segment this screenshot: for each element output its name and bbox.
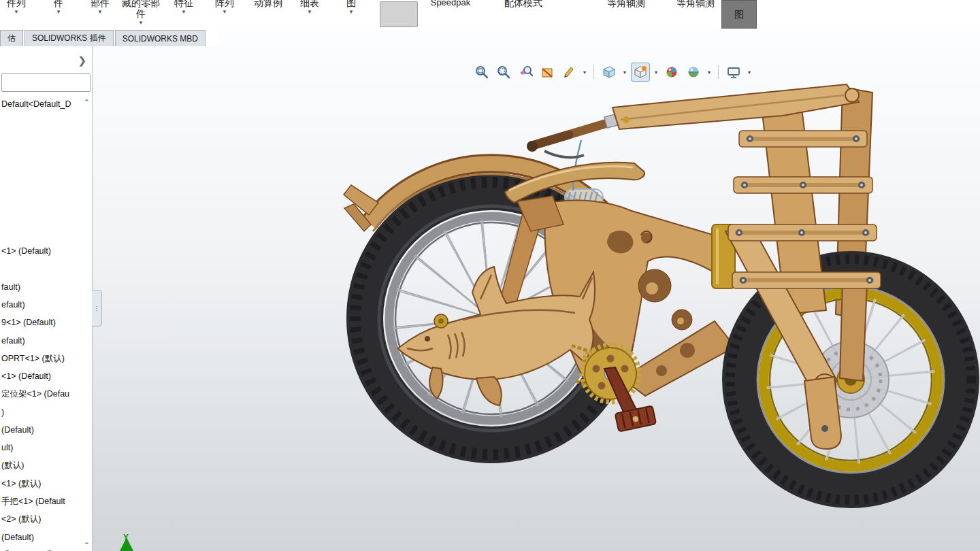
tree-item[interactable]: <1> (Default) bbox=[0, 367, 87, 385]
tree-item[interactable]: <1> (默认) bbox=[0, 475, 87, 492]
ribbon-item-4[interactable]: 特征▼ bbox=[169, 0, 199, 27]
tree-item[interactable]: 手把<1> (Default bbox=[0, 492, 87, 510]
previous-view-icon[interactable] bbox=[516, 63, 535, 82]
pedal bbox=[615, 405, 656, 431]
command-ribbon: 件列▼ 件▼ 部件▼ 藏的零部件▼ 特征▼ 阵列▼ 动算例 细表▼ 图▼ Spe… bbox=[0, 0, 980, 30]
tree-item[interactable]: (Default) bbox=[0, 529, 87, 546]
chevron-down-icon[interactable]: ▾ bbox=[653, 69, 659, 76]
chevron-down-icon[interactable]: ▾ bbox=[746, 69, 753, 76]
hide-show-items-icon[interactable] bbox=[662, 63, 681, 82]
graphics-viewport[interactable]: ▾ ▾ ▾ ▾ ▾ bbox=[0, 30, 980, 551]
sketch-icon[interactable] bbox=[559, 63, 578, 82]
chevron-down-icon: ▼ bbox=[222, 9, 227, 16]
tree-filter-input[interactable] bbox=[1, 73, 91, 92]
tree-item[interactable] bbox=[0, 117, 87, 135]
chevron-down-icon: ▼ bbox=[97, 9, 103, 16]
zoom-to-area-icon[interactable] bbox=[494, 63, 513, 82]
toolbar-separator bbox=[593, 65, 594, 79]
scroll-up-icon[interactable]: ⌃ bbox=[84, 98, 90, 107]
ribbon-item-1[interactable]: 件▼ bbox=[45, 0, 72, 27]
tree-item[interactable]: (默认) bbox=[0, 457, 87, 475]
tree-item[interactable]: efault) bbox=[0, 296, 87, 314]
ribbon-item-7[interactable]: 细表▼ bbox=[294, 0, 325, 27]
tree-item[interactable]: fault) bbox=[0, 278, 87, 296]
ribbon-item-drawing[interactable]: 图 bbox=[721, 0, 757, 29]
lower-bracket[interactable] bbox=[622, 321, 735, 396]
panel-expand-arrow-icon[interactable]: ❯ bbox=[78, 54, 86, 67]
section-view-icon[interactable] bbox=[538, 63, 557, 82]
tree-item[interactable] bbox=[0, 224, 87, 242]
tab-solidworks-mbd[interactable]: SOLIDWORKS MBD bbox=[115, 30, 206, 46]
tree-item[interactable]: (Default) bbox=[0, 421, 87, 439]
tree-item[interactable]: ult) bbox=[0, 439, 87, 456]
tree-item[interactable]: <1> (Default) bbox=[0, 242, 87, 260]
chevron-down-icon: ▼ bbox=[181, 9, 186, 16]
chevron-down-icon: ▼ bbox=[14, 9, 19, 16]
ribbon-item-5[interactable]: 阵列▼ bbox=[210, 0, 240, 27]
feature-tree-list: <1> (Default)fault)efault)9<1> (Default)… bbox=[0, 117, 87, 551]
panel-splitter-handle[interactable]: ⋮ bbox=[92, 290, 102, 327]
tree-item[interactable] bbox=[0, 260, 87, 278]
ribbon-tab-bar: 估 SOLIDWORKS 插件 SOLIDWORKS MBD bbox=[0, 30, 219, 46]
chevron-down-icon: ▼ bbox=[56, 9, 61, 16]
tree-item[interactable]: 9<1> (Default) bbox=[0, 314, 87, 331]
tree-item[interactable]: <2> (默认) bbox=[0, 511, 87, 529]
ribbon-item-8[interactable]: 图▼ bbox=[336, 0, 366, 27]
tree-item[interactable]: ) bbox=[0, 403, 87, 421]
tree-item[interactable] bbox=[0, 171, 87, 188]
bicycle-model[interactable] bbox=[0, 30, 980, 551]
chevron-down-icon: ▼ bbox=[307, 9, 312, 16]
tree-item[interactable]: 定位架<1> (Defau bbox=[0, 385, 87, 403]
tree-item[interactable] bbox=[0, 188, 87, 206]
tree-item[interactable] bbox=[0, 153, 87, 171]
chevron-down-icon[interactable]: ▾ bbox=[706, 69, 713, 76]
ribbon-item-3[interactable]: 藏的零部件▼ bbox=[120, 0, 162, 27]
triad-y-label: Y bbox=[123, 533, 129, 542]
tree-item[interactable] bbox=[0, 206, 87, 224]
ribbon-item-9[interactable] bbox=[380, 1, 418, 27]
tab-solidworks-addins[interactable]: SOLIDWORKS 插件 bbox=[24, 30, 114, 46]
ribbon-item-isometric-2[interactable]: 等角轴测 bbox=[676, 0, 715, 27]
toolbar-separator bbox=[718, 65, 719, 79]
tree-item[interactable] bbox=[0, 135, 87, 152]
view-orientation-icon[interactable] bbox=[600, 63, 619, 82]
feature-manager-panel: ❯ Default<Default_D ⌃ ⌄ <1> (Default)fau… bbox=[0, 46, 93, 551]
view-settings-icon[interactable] bbox=[724, 63, 743, 82]
tree-item[interactable]: OPRT<1> (默认) bbox=[0, 350, 87, 367]
ribbon-item-6[interactable]: 动算例 bbox=[249, 0, 287, 27]
ribbon-item-isometric-1[interactable]: 等角轴测 bbox=[607, 0, 645, 27]
tree-item[interactable]: efault) bbox=[0, 332, 87, 350]
chevron-down-icon: ▼ bbox=[348, 9, 354, 16]
edit-appearance-icon[interactable] bbox=[684, 63, 703, 82]
display-style-icon[interactable] bbox=[631, 63, 650, 82]
ribbon-item-0[interactable]: 件列▼ bbox=[1, 0, 31, 27]
tab-evaluate[interactable]: 估 bbox=[0, 30, 23, 46]
solidworks-window: ▾ ▾ ▾ ▾ ▾ bbox=[0, 0, 980, 551]
zoom-to-fit-icon[interactable] bbox=[472, 63, 491, 82]
coordinate-triad: Y X Z bbox=[101, 531, 162, 551]
ribbon-item-2[interactable]: 部件▼ bbox=[84, 0, 116, 27]
ribbon-item-speedpak[interactable]: Speedpak bbox=[426, 0, 475, 27]
heads-up-view-toolbar: ▾ ▾ ▾ ▾ ▾ bbox=[472, 62, 753, 82]
ribbon-item-assembly-mode[interactable]: 配体模式 bbox=[502, 0, 544, 27]
tree-item[interactable]: 手把<PR左手把 bbox=[0, 546, 87, 551]
tree-root-item[interactable]: Default<Default_D bbox=[1, 99, 71, 109]
chevron-down-icon[interactable]: ▾ bbox=[621, 69, 628, 76]
chevron-down-icon: ▼ bbox=[138, 20, 144, 27]
chevron-down-icon[interactable]: ▾ bbox=[581, 69, 588, 76]
